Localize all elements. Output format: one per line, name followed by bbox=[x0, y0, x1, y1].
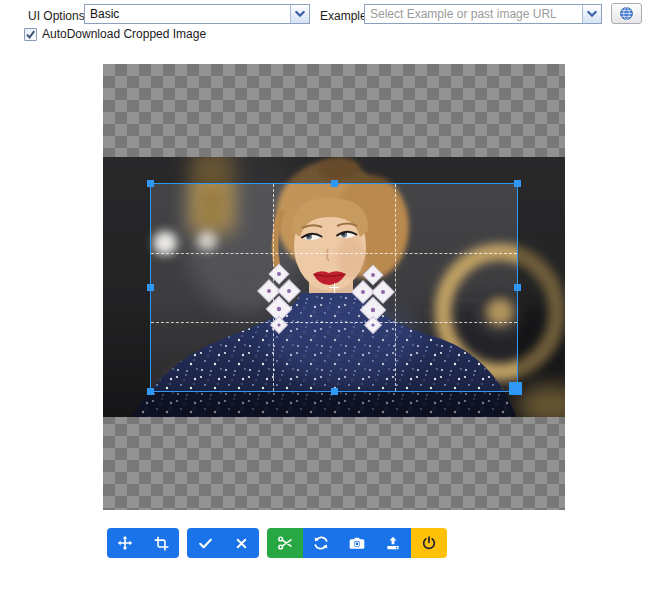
examples-placeholder: Select Example or past image URL bbox=[365, 7, 582, 21]
power-button[interactable] bbox=[411, 528, 447, 558]
resize-handle-top-right[interactable] bbox=[514, 180, 521, 187]
cropper-toolbar bbox=[107, 528, 447, 558]
camera-icon bbox=[349, 535, 365, 551]
snapshot-button[interactable] bbox=[339, 528, 375, 558]
cut-button[interactable] bbox=[267, 528, 303, 558]
crop-button[interactable] bbox=[143, 528, 179, 558]
ui-options-select[interactable]: Basic bbox=[84, 4, 310, 24]
resize-handle-bottom-left[interactable] bbox=[147, 388, 154, 395]
autodownload-label: AutoDownload Cropped Image bbox=[42, 27, 206, 41]
thirds-line-horizontal bbox=[151, 253, 517, 254]
autodownload-checkbox[interactable] bbox=[24, 28, 37, 41]
resize-handle-bottom-right[interactable] bbox=[509, 382, 522, 395]
power-icon bbox=[421, 535, 437, 551]
crop-selection[interactable] bbox=[150, 183, 518, 392]
x-icon bbox=[235, 537, 248, 550]
thirds-line-vertical bbox=[273, 184, 274, 391]
move-icon bbox=[117, 535, 133, 551]
chevron-down-icon bbox=[290, 5, 309, 23]
resize-handle-bottom-center[interactable] bbox=[331, 388, 338, 395]
move-button[interactable] bbox=[107, 528, 143, 558]
cancel-button[interactable] bbox=[223, 528, 259, 558]
thirds-line-horizontal bbox=[151, 322, 517, 323]
upload-button[interactable] bbox=[375, 528, 411, 558]
resize-handle-middle-left[interactable] bbox=[147, 284, 154, 291]
check-icon bbox=[198, 536, 213, 551]
crop-canvas[interactable] bbox=[103, 64, 565, 510]
upload-icon bbox=[385, 535, 401, 551]
scissors-icon bbox=[277, 535, 293, 551]
refresh-button[interactable] bbox=[303, 528, 339, 558]
load-url-button[interactable] bbox=[611, 3, 642, 24]
resize-handle-middle-right[interactable] bbox=[514, 284, 521, 291]
resize-handle-top-center[interactable] bbox=[331, 180, 338, 187]
check-icon bbox=[25, 29, 36, 40]
refresh-icon bbox=[313, 535, 329, 551]
confirm-button[interactable] bbox=[187, 528, 223, 558]
chevron-down-icon bbox=[582, 5, 601, 23]
globe-icon bbox=[619, 6, 634, 21]
thirds-line-vertical bbox=[395, 184, 396, 391]
resize-handle-top-left[interactable] bbox=[147, 180, 154, 187]
ui-options-label: UI Options bbox=[28, 9, 85, 23]
ui-options-selected-value: Basic bbox=[85, 7, 290, 21]
examples-select[interactable]: Select Example or past image URL bbox=[364, 4, 602, 24]
confirm-cancel-group bbox=[187, 528, 259, 558]
crop-icon bbox=[154, 536, 169, 551]
actions-group bbox=[267, 528, 447, 558]
move-crop-group bbox=[107, 528, 179, 558]
